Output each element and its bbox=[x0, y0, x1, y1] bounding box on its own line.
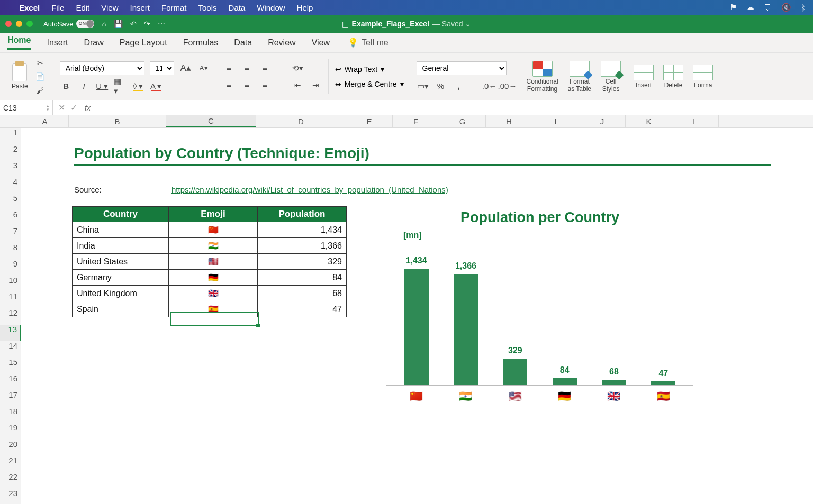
increase-decimal-button[interactable]: .0← bbox=[483, 80, 496, 92]
cell-population[interactable]: 68 bbox=[258, 286, 347, 301]
qat-more-icon[interactable]: ⋯ bbox=[158, 20, 165, 28]
status-cloud-icon[interactable]: ☁ bbox=[746, 3, 754, 12]
align-top-button[interactable]: ≡ bbox=[223, 62, 236, 74]
cell-flag[interactable]: 🇺🇸 bbox=[169, 254, 258, 270]
cell-flag[interactable]: 🇩🇪 bbox=[169, 270, 258, 286]
percent-button[interactable]: % bbox=[435, 80, 447, 92]
copy-button[interactable]: 📄 bbox=[33, 71, 47, 82]
tab-home[interactable]: Home bbox=[7, 35, 31, 50]
col-header-B[interactable]: B bbox=[69, 115, 166, 127]
font-size-select[interactable]: 11 bbox=[150, 61, 174, 75]
tab-view[interactable]: View bbox=[312, 38, 330, 48]
row-header-3[interactable]: 3 bbox=[0, 161, 21, 177]
tab-formulas[interactable]: Formulas bbox=[183, 38, 219, 48]
qat-undo-icon[interactable]: ↶ bbox=[130, 20, 137, 28]
autosave-toggle[interactable]: AutoSave ON bbox=[43, 20, 94, 28]
row-header-22[interactable]: 22 bbox=[0, 472, 21, 489]
cell-population[interactable]: 47 bbox=[258, 301, 347, 317]
align-center-button[interactable]: ≡ bbox=[241, 79, 254, 91]
cell-flag[interactable]: 🇨🇳 bbox=[169, 222, 258, 238]
status-mute-icon[interactable]: 🔇 bbox=[781, 3, 791, 12]
conditional-formatting-button[interactable]: Conditional Formatting bbox=[527, 61, 558, 93]
cell-population[interactable]: 329 bbox=[258, 254, 347, 270]
row-header-20[interactable]: 20 bbox=[0, 439, 21, 456]
row-header-15[interactable]: 15 bbox=[0, 358, 21, 374]
increase-font-button[interactable]: A▴ bbox=[179, 62, 192, 74]
row-header-23[interactable]: 23 bbox=[0, 489, 21, 504]
fx-label-icon[interactable]: fx bbox=[85, 104, 91, 112]
window-close-button[interactable] bbox=[5, 21, 12, 27]
source-link[interactable]: https://en.wikipedia.org/wiki/List_of_co… bbox=[171, 185, 448, 194]
tab-data[interactable]: Data bbox=[234, 38, 252, 48]
table-row[interactable]: United Kingdom🇬🇧68 bbox=[73, 286, 347, 301]
cells-area[interactable]: Population by Country (Technique: Emoji)… bbox=[21, 128, 813, 504]
select-all-corner[interactable] bbox=[0, 115, 21, 127]
wrap-text-button[interactable]: ↩Wrap Text ▾ bbox=[335, 65, 404, 74]
row-header-11[interactable]: 11 bbox=[0, 292, 21, 308]
col-header-I[interactable]: I bbox=[532, 115, 579, 127]
qat-save-icon[interactable]: 💾 bbox=[114, 20, 123, 28]
cut-button[interactable]: ✂ bbox=[33, 58, 47, 68]
comma-button[interactable]: , bbox=[453, 80, 465, 92]
cell-country[interactable]: Spain bbox=[73, 301, 169, 317]
row-header-21[interactable]: 21 bbox=[0, 456, 21, 472]
row-header-7[interactable]: 7 bbox=[0, 226, 21, 243]
format-painter-button[interactable]: 🖌 bbox=[33, 85, 47, 96]
insert-cells-button[interactable]: Insert bbox=[634, 65, 654, 89]
mac-menu-edit[interactable]: Edit bbox=[76, 3, 89, 12]
tab-insert[interactable]: Insert bbox=[47, 38, 68, 48]
paste-button[interactable]: Paste bbox=[12, 63, 28, 90]
qat-redo-icon[interactable]: ↷ bbox=[144, 20, 150, 28]
status-av-icon[interactable]: ⚑ bbox=[730, 3, 737, 12]
col-header-J[interactable]: J bbox=[579, 115, 626, 127]
merge-centre-button[interactable]: ⬌Merge & Centre ▾ bbox=[335, 80, 404, 88]
font-color-button[interactable]: A ▾ bbox=[150, 80, 162, 92]
cell-flag[interactable]: 🇮🇳 bbox=[169, 238, 258, 254]
mac-menu-help[interactable]: Help bbox=[297, 3, 313, 12]
row-header-9[interactable]: 9 bbox=[0, 259, 21, 276]
col-header-K[interactable]: K bbox=[626, 115, 672, 127]
align-middle-button[interactable]: ≡ bbox=[241, 62, 254, 74]
row-header-13[interactable]: 13 bbox=[0, 325, 21, 341]
status-shield-icon[interactable]: ⛉ bbox=[764, 3, 772, 12]
cell-country[interactable]: United States bbox=[73, 254, 169, 270]
window-minimize-button[interactable] bbox=[16, 21, 22, 27]
tell-me-search[interactable]: 💡 Tell me bbox=[348, 38, 389, 48]
row-header-4[interactable]: 4 bbox=[0, 177, 21, 194]
bold-button[interactable]: B bbox=[60, 80, 73, 92]
document-name[interactable]: Example_Flags_Excel bbox=[352, 20, 429, 28]
population-chart[interactable]: Population per Country [mn] 1,4341,36632… bbox=[386, 209, 693, 402]
orientation-button[interactable]: ⟲▾ bbox=[292, 62, 304, 74]
borders-button[interactable]: ▦ ▾ bbox=[114, 80, 127, 92]
decrease-indent-button[interactable]: ⇤ bbox=[292, 79, 304, 91]
mac-menu-insert[interactable]: Insert bbox=[130, 3, 150, 12]
cell-styles-button[interactable]: Cell Styles bbox=[601, 61, 621, 93]
cell-country[interactable]: Germany bbox=[73, 270, 169, 286]
cell-flag[interactable]: 🇬🇧 bbox=[169, 286, 258, 301]
row-header-14[interactable]: 14 bbox=[0, 341, 21, 358]
table-row[interactable]: India🇮🇳1,366 bbox=[73, 238, 347, 254]
table-row[interactable]: United States🇺🇸329 bbox=[73, 254, 347, 270]
confirm-formula-icon[interactable]: ✓ bbox=[70, 103, 77, 113]
increase-indent-button[interactable]: ⇥ bbox=[310, 79, 322, 91]
row-header-19[interactable]: 19 bbox=[0, 423, 21, 439]
table-row[interactable]: Germany🇩🇪84 bbox=[73, 270, 347, 286]
row-header-17[interactable]: 17 bbox=[0, 390, 21, 407]
tab-page-layout[interactable]: Page Layout bbox=[120, 38, 167, 48]
row-header-16[interactable]: 16 bbox=[0, 374, 21, 390]
status-bluetooth-icon[interactable]: ᛒ bbox=[801, 3, 806, 12]
row-header-8[interactable]: 8 bbox=[0, 243, 21, 259]
table-row[interactable]: Spain🇪🇸47 bbox=[73, 301, 347, 317]
col-header-F[interactable]: F bbox=[393, 115, 439, 127]
tab-draw[interactable]: Draw bbox=[84, 38, 103, 48]
cancel-formula-icon[interactable]: ✕ bbox=[58, 103, 65, 113]
cell-population[interactable]: 1,366 bbox=[258, 238, 347, 254]
cell-country[interactable]: India bbox=[73, 238, 169, 254]
italic-button[interactable]: I bbox=[78, 80, 91, 92]
font-family-select[interactable]: Arial (Body) bbox=[60, 61, 144, 75]
mac-menu-format[interactable]: Format bbox=[161, 3, 187, 12]
row-header-2[interactable]: 2 bbox=[0, 144, 21, 161]
align-left-button[interactable]: ≡ bbox=[223, 79, 236, 91]
col-header-E[interactable]: E bbox=[346, 115, 393, 127]
accounting-format-button[interactable]: ▭▾ bbox=[417, 80, 429, 92]
